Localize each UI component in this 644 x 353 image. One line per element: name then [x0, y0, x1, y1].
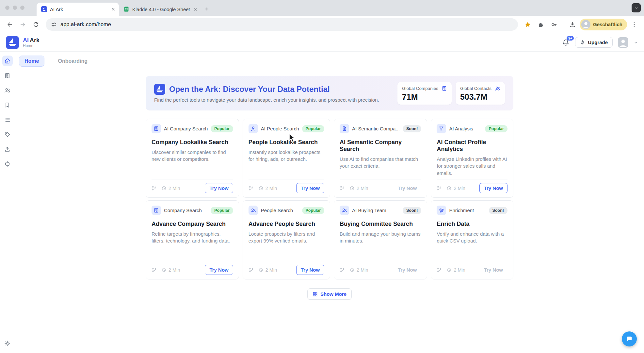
stat-label: Global Companies — [402, 86, 438, 91]
card-icon-box — [340, 206, 349, 215]
bookmark-icon[interactable] — [2, 100, 13, 110]
card-icon-box — [249, 124, 258, 133]
duration: 2 Min — [161, 186, 180, 191]
card-title: AI Semantic Company Search — [340, 139, 421, 153]
status-badge: Popular — [211, 207, 233, 214]
chat-widget-button[interactable] — [622, 331, 637, 346]
forward-button[interactable] — [17, 19, 29, 30]
card-icon-box — [437, 206, 446, 215]
card-title: People Lookalike Search — [249, 139, 324, 146]
browser-tab[interactable]: Kladde 4.0 - Google Sheets — [119, 3, 201, 16]
tune-icon[interactable] — [51, 22, 57, 27]
page-tabs: Home Onboarding — [15, 52, 644, 67]
try-now-button[interactable]: Try Now — [393, 265, 421, 275]
hero-subtitle: Find the perfect tools to navigate your … — [154, 97, 379, 103]
brand-ai: AI — [23, 37, 29, 43]
card-category: Company Search — [164, 208, 208, 213]
card-description: Use AI to find companies that match your… — [340, 156, 421, 170]
stat-label: Global Contacts — [460, 86, 491, 91]
tab-list-chevron-button[interactable] — [632, 3, 641, 12]
card-description: Locate prospects by filters and export 9… — [249, 230, 324, 244]
tool-card: People Search Popular Advance People Sea… — [243, 200, 330, 279]
users-icon — [495, 86, 500, 91]
building-icon[interactable] — [2, 70, 13, 81]
branch-icon — [152, 186, 157, 191]
try-now-button[interactable]: Try Now — [479, 265, 507, 275]
clock-icon — [161, 267, 167, 273]
back-button[interactable] — [4, 19, 16, 30]
try-now-button[interactable]: Try Now — [205, 183, 233, 193]
tab-strip: AI Ark Kladde 4.0 - Google Sheets — [0, 0, 644, 16]
duration-label: 2 Min — [454, 186, 465, 191]
main-content: Home Onboarding Open the Ark: Discover Y… — [15, 52, 644, 300]
profile-label: Geschäftlich — [593, 22, 622, 27]
browser-menu-kebab-icon[interactable] — [628, 19, 640, 30]
notifications-button[interactable]: 9+ — [562, 39, 570, 46]
crosshair-icon[interactable] — [2, 159, 13, 169]
address-bar[interactable]: app.ai-ark.com/home — [46, 18, 518, 31]
show-more-button[interactable]: Show More — [307, 288, 352, 300]
clock-icon — [161, 186, 167, 191]
home-icon[interactable] — [2, 56, 13, 66]
card-title: Advance Company Search — [152, 221, 233, 227]
try-now-button[interactable]: Try Now — [296, 265, 324, 275]
funnel-icon — [439, 126, 444, 131]
try-now-button[interactable]: Try Now — [205, 265, 233, 275]
sidebar — [0, 52, 15, 353]
window-controls — [5, 6, 24, 10]
card-category: AI Analysis — [449, 126, 482, 131]
close-icon[interactable] — [193, 7, 198, 12]
nav-tab-label: Home — [24, 58, 39, 64]
notification-badge: 9+ — [567, 36, 574, 41]
browser-tab[interactable]: AI Ark — [37, 3, 119, 16]
app-logo — [6, 36, 19, 49]
window-zoom-button[interactable] — [20, 6, 24, 10]
list-icon[interactable] — [2, 114, 13, 125]
card-description: Build and manage your buying teams in mi… — [340, 230, 421, 244]
browser-profile-button[interactable]: Geschäftlich — [580, 19, 627, 30]
upload-icon[interactable] — [2, 144, 13, 154]
user-icon — [250, 126, 256, 131]
clock-icon — [446, 186, 452, 191]
try-now-button[interactable]: Try Now — [393, 183, 421, 193]
nav-tab[interactable]: Home — [19, 56, 44, 67]
clock-icon — [258, 267, 264, 273]
card-icon-box — [437, 124, 446, 133]
building-icon — [153, 126, 159, 131]
card-icon-box — [152, 124, 161, 133]
brand-title: AIArk — [23, 37, 40, 43]
new-tab-button[interactable] — [201, 3, 212, 14]
try-now-button[interactable]: Try Now — [296, 183, 324, 193]
document-icon — [342, 126, 347, 131]
card-title: Company Lookalike Search — [152, 139, 233, 146]
duration: 2 Min — [349, 267, 368, 273]
brand-ark: Ark — [30, 37, 40, 43]
bookmark-star-icon[interactable] — [522, 19, 534, 30]
users-icon — [250, 208, 256, 213]
window-minimize-button[interactable] — [13, 6, 17, 10]
key-icon[interactable] — [548, 19, 560, 30]
extensions-puzzle-icon[interactable] — [535, 19, 547, 30]
ark-logo-icon — [41, 6, 47, 12]
tag-icon[interactable] — [2, 129, 13, 140]
card-description: Refine targets by firmographics, filters… — [152, 230, 233, 244]
duration: 2 Min — [349, 186, 368, 191]
gear-icon[interactable] — [2, 338, 13, 348]
duration-label: 2 Min — [454, 267, 465, 273]
users-icon[interactable] — [2, 85, 13, 95]
upgrade-button[interactable]: Upgrade — [575, 37, 613, 48]
tool-card-grid: AI Company Search Popular Company Lookal… — [146, 119, 513, 279]
clock-icon — [349, 186, 355, 191]
account-chevron-down-icon[interactable] — [634, 40, 638, 45]
user-avatar[interactable] — [618, 37, 628, 48]
try-now-button[interactable]: Try Now — [479, 183, 507, 193]
card-category: People Search — [261, 208, 299, 213]
profile-avatar — [581, 20, 590, 29]
downloads-button[interactable] — [567, 19, 578, 30]
building-icon — [153, 208, 159, 213]
close-icon[interactable] — [111, 7, 116, 12]
reload-button[interactable] — [30, 19, 42, 30]
window-close-button[interactable] — [5, 6, 9, 10]
nav-tab[interactable]: Onboarding — [52, 56, 93, 67]
stat-value: 503.7M — [460, 92, 500, 102]
